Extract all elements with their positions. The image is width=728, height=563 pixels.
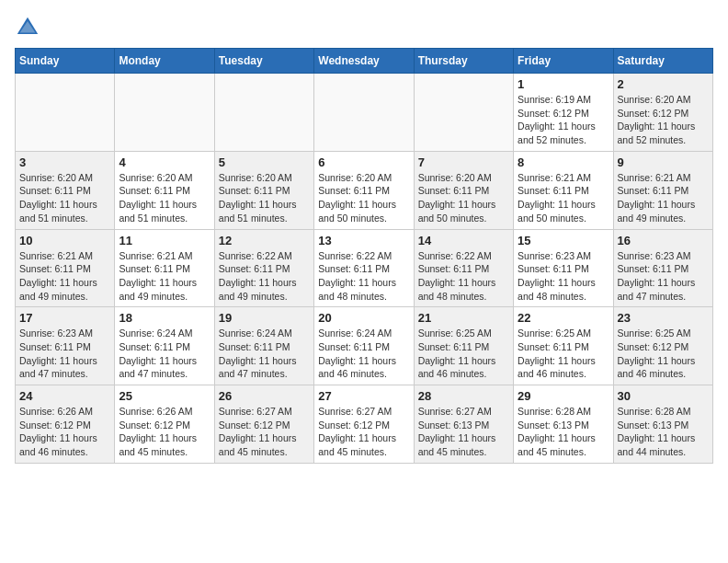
calendar-cell: 13Sunrise: 6:22 AM Sunset: 6:11 PM Dayli… — [314, 229, 414, 307]
calendar-cell: 28Sunrise: 6:27 AM Sunset: 6:13 PM Dayli… — [414, 385, 513, 464]
day-number: 5 — [219, 155, 310, 169]
calendar: SundayMondayTuesdayWednesdayThursdayFrid… — [15, 48, 713, 464]
day-info: Sunrise: 6:27 AM Sunset: 6:12 PM Dayligh… — [318, 405, 409, 459]
day-info: Sunrise: 6:23 AM Sunset: 6:11 PM Dayligh… — [518, 249, 609, 304]
calendar-cell: 29Sunrise: 6:28 AM Sunset: 6:13 PM Dayli… — [514, 385, 613, 464]
calendar-cell: 16Sunrise: 6:23 AM Sunset: 6:11 PM Dayli… — [613, 229, 712, 307]
day-number: 26 — [219, 389, 310, 403]
calendar-cell: 3Sunrise: 6:20 AM Sunset: 6:11 PM Daylig… — [16, 151, 115, 229]
calendar-cell: 2Sunrise: 6:20 AM Sunset: 6:12 PM Daylig… — [613, 74, 712, 152]
calendar-cell: 26Sunrise: 6:27 AM Sunset: 6:12 PM Dayli… — [214, 385, 313, 464]
day-number: 3 — [19, 155, 110, 169]
day-info: Sunrise: 6:20 AM Sunset: 6:11 PM Dayligh… — [219, 171, 310, 225]
day-number: 1 — [518, 77, 609, 91]
day-number: 16 — [618, 234, 709, 247]
day-info: Sunrise: 6:24 AM Sunset: 6:11 PM Dayligh… — [318, 327, 409, 381]
calendar-cell: 15Sunrise: 6:23 AM Sunset: 6:11 PM Dayli… — [514, 229, 613, 307]
logo-icon — [15, 15, 40, 40]
day-info: Sunrise: 6:25 AM Sunset: 6:11 PM Dayligh… — [518, 327, 609, 381]
day-info: Sunrise: 6:27 AM Sunset: 6:12 PM Dayligh… — [219, 405, 310, 459]
day-number: 27 — [318, 389, 409, 403]
page-header — [15, 15, 713, 40]
calendar-cell: 7Sunrise: 6:20 AM Sunset: 6:11 PM Daylig… — [414, 151, 513, 229]
calendar-cell: 8Sunrise: 6:21 AM Sunset: 6:11 PM Daylig… — [514, 151, 613, 229]
weekday-header-monday: Monday — [115, 49, 214, 74]
calendar-cell — [115, 74, 214, 152]
day-number: 21 — [418, 311, 509, 325]
calendar-cell: 30Sunrise: 6:28 AM Sunset: 6:13 PM Dayli… — [613, 385, 712, 464]
day-number: 17 — [19, 311, 110, 325]
day-info: Sunrise: 6:19 AM Sunset: 6:12 PM Dayligh… — [518, 93, 609, 147]
day-info: Sunrise: 6:27 AM Sunset: 6:13 PM Dayligh… — [418, 405, 509, 459]
day-info: Sunrise: 6:23 AM Sunset: 6:11 PM Dayligh… — [19, 327, 110, 381]
day-number: 2 — [618, 77, 709, 91]
day-info: Sunrise: 6:21 AM Sunset: 6:11 PM Dayligh… — [19, 249, 110, 304]
day-number: 13 — [318, 234, 409, 247]
day-info: Sunrise: 6:25 AM Sunset: 6:11 PM Dayligh… — [418, 327, 509, 381]
week-row-4: 17Sunrise: 6:23 AM Sunset: 6:11 PM Dayli… — [16, 307, 713, 385]
day-number: 11 — [119, 234, 210, 247]
week-row-2: 3Sunrise: 6:20 AM Sunset: 6:11 PM Daylig… — [16, 151, 713, 229]
calendar-cell: 11Sunrise: 6:21 AM Sunset: 6:11 PM Dayli… — [115, 229, 214, 307]
day-info: Sunrise: 6:28 AM Sunset: 6:13 PM Dayligh… — [518, 405, 609, 459]
day-number: 22 — [518, 311, 609, 325]
calendar-cell: 5Sunrise: 6:20 AM Sunset: 6:11 PM Daylig… — [214, 151, 313, 229]
day-info: Sunrise: 6:26 AM Sunset: 6:12 PM Dayligh… — [19, 405, 110, 459]
calendar-cell: 17Sunrise: 6:23 AM Sunset: 6:11 PM Dayli… — [16, 307, 115, 385]
calendar-cell — [16, 74, 115, 152]
calendar-cell: 20Sunrise: 6:24 AM Sunset: 6:11 PM Dayli… — [314, 307, 414, 385]
day-number: 4 — [119, 155, 210, 169]
week-row-1: 1Sunrise: 6:19 AM Sunset: 6:12 PM Daylig… — [16, 74, 713, 152]
calendar-cell: 23Sunrise: 6:25 AM Sunset: 6:12 PM Dayli… — [613, 307, 712, 385]
calendar-cell: 24Sunrise: 6:26 AM Sunset: 6:12 PM Dayli… — [16, 385, 115, 464]
day-info: Sunrise: 6:20 AM Sunset: 6:11 PM Dayligh… — [19, 171, 110, 225]
weekday-header-friday: Friday — [514, 49, 613, 74]
day-number: 28 — [418, 389, 509, 403]
day-info: Sunrise: 6:20 AM Sunset: 6:11 PM Dayligh… — [418, 171, 509, 225]
weekday-header-row: SundayMondayTuesdayWednesdayThursdayFrid… — [16, 49, 713, 74]
day-number: 24 — [19, 389, 110, 403]
day-info: Sunrise: 6:26 AM Sunset: 6:12 PM Dayligh… — [119, 405, 210, 459]
calendar-cell — [314, 74, 414, 152]
day-info: Sunrise: 6:21 AM Sunset: 6:11 PM Dayligh… — [119, 249, 210, 304]
day-info: Sunrise: 6:22 AM Sunset: 6:11 PM Dayligh… — [418, 249, 509, 304]
calendar-cell: 9Sunrise: 6:21 AM Sunset: 6:11 PM Daylig… — [613, 151, 712, 229]
calendar-cell: 25Sunrise: 6:26 AM Sunset: 6:12 PM Dayli… — [115, 385, 214, 464]
day-number: 19 — [219, 311, 310, 325]
calendar-cell: 19Sunrise: 6:24 AM Sunset: 6:11 PM Dayli… — [214, 307, 313, 385]
day-number: 23 — [618, 311, 709, 325]
day-info: Sunrise: 6:21 AM Sunset: 6:11 PM Dayligh… — [518, 171, 609, 225]
logo — [15, 15, 44, 40]
day-number: 18 — [119, 311, 210, 325]
calendar-cell: 18Sunrise: 6:24 AM Sunset: 6:11 PM Dayli… — [115, 307, 214, 385]
calendar-cell: 27Sunrise: 6:27 AM Sunset: 6:12 PM Dayli… — [314, 385, 414, 464]
day-number: 29 — [518, 389, 609, 403]
day-number: 15 — [518, 234, 609, 247]
day-info: Sunrise: 6:25 AM Sunset: 6:12 PM Dayligh… — [618, 327, 709, 381]
day-info: Sunrise: 6:24 AM Sunset: 6:11 PM Dayligh… — [219, 327, 310, 381]
calendar-cell: 12Sunrise: 6:22 AM Sunset: 6:11 PM Dayli… — [214, 229, 313, 307]
calendar-cell: 10Sunrise: 6:21 AM Sunset: 6:11 PM Dayli… — [16, 229, 115, 307]
day-number: 10 — [19, 234, 110, 247]
day-info: Sunrise: 6:20 AM Sunset: 6:11 PM Dayligh… — [318, 171, 409, 225]
day-number: 6 — [318, 155, 409, 169]
day-info: Sunrise: 6:23 AM Sunset: 6:11 PM Dayligh… — [618, 249, 709, 304]
weekday-header-thursday: Thursday — [414, 49, 513, 74]
day-number: 7 — [418, 155, 509, 169]
weekday-header-wednesday: Wednesday — [314, 49, 414, 74]
weekday-header-sunday: Sunday — [16, 49, 115, 74]
calendar-cell: 4Sunrise: 6:20 AM Sunset: 6:11 PM Daylig… — [115, 151, 214, 229]
day-info: Sunrise: 6:20 AM Sunset: 6:12 PM Dayligh… — [618, 93, 709, 147]
calendar-cell — [414, 74, 513, 152]
day-info: Sunrise: 6:22 AM Sunset: 6:11 PM Dayligh… — [318, 249, 409, 304]
day-number: 20 — [318, 311, 409, 325]
day-number: 14 — [418, 234, 509, 247]
weekday-header-tuesday: Tuesday — [214, 49, 313, 74]
weekday-header-saturday: Saturday — [613, 49, 712, 74]
day-number: 12 — [219, 234, 310, 247]
calendar-cell: 22Sunrise: 6:25 AM Sunset: 6:11 PM Dayli… — [514, 307, 613, 385]
week-row-3: 10Sunrise: 6:21 AM Sunset: 6:11 PM Dayli… — [16, 229, 713, 307]
calendar-cell: 14Sunrise: 6:22 AM Sunset: 6:11 PM Dayli… — [414, 229, 513, 307]
day-info: Sunrise: 6:21 AM Sunset: 6:11 PM Dayligh… — [618, 171, 709, 225]
day-info: Sunrise: 6:20 AM Sunset: 6:11 PM Dayligh… — [119, 171, 210, 225]
